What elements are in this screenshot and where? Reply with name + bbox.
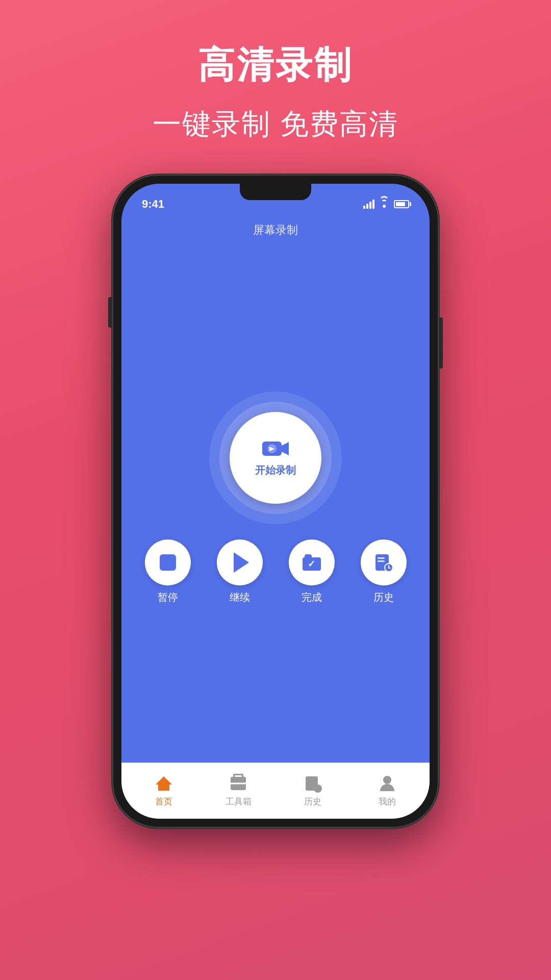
toolbox-tab-icon (229, 774, 247, 793)
play-icon (234, 552, 249, 573)
action-label-pause: 暂停 (158, 591, 178, 604)
tab-bar: 首页 工具箱 历史 (121, 763, 430, 819)
record-button-label: 开始录制 (255, 463, 296, 477)
record-button-middle: 开始录制 (219, 402, 332, 514)
record-button-inner: 开始录制 (230, 412, 321, 504)
tab-home[interactable]: 首页 (127, 774, 201, 807)
check-folder-icon (303, 554, 321, 571)
phone-notch (240, 184, 311, 200)
app-title-bar: 屏幕录制 (121, 214, 430, 243)
toolbox-icon (231, 777, 246, 790)
battery-icon (394, 200, 409, 208)
action-circle-continue (217, 540, 263, 585)
svg-rect-4 (378, 557, 385, 559)
tab-history-label: 历史 (304, 796, 321, 807)
action-continue[interactable]: 继续 (217, 540, 263, 604)
action-label-history: 历史 (373, 591, 394, 604)
action-history[interactable]: 历史 (361, 540, 407, 604)
bottom-actions: 暂停 继续 完成 (121, 540, 430, 604)
action-finish[interactable]: 完成 (289, 540, 335, 604)
tab-profile[interactable]: 我的 (350, 774, 424, 807)
profile-tab-icon (378, 774, 396, 793)
status-icons (363, 200, 409, 209)
wifi-icon (379, 200, 390, 209)
record-camera-icon (262, 438, 289, 459)
sub-title: 一键录制 免费高清 (153, 105, 398, 144)
stop-icon (160, 554, 176, 571)
tab-toolbox[interactable]: 工具箱 (201, 774, 276, 807)
app-title: 屏幕录制 (253, 224, 298, 236)
history-tab-icon-wrapper (304, 774, 322, 793)
tab-home-label: 首页 (155, 796, 172, 807)
action-label-continue: 继续 (230, 591, 250, 604)
record-button-outer[interactable]: 开始录制 (209, 391, 342, 524)
history-icon (374, 553, 393, 572)
action-circle-history (361, 540, 407, 585)
phone-screen: 9:41 屏幕录制 (121, 184, 430, 819)
home-tab-icon (155, 774, 173, 793)
status-time: 9:41 (142, 198, 164, 211)
action-circle-pause (145, 540, 191, 585)
main-title: 高清录制 (198, 41, 353, 90)
phone-mockup: 9:41 屏幕录制 (112, 175, 439, 828)
main-content: 开始录制 暂停 继续 (121, 243, 430, 763)
svg-rect-5 (378, 560, 385, 562)
tab-toolbox-label: 工具箱 (226, 796, 252, 807)
tab-profile-label: 我的 (379, 796, 396, 807)
profile-icon (380, 776, 394, 791)
signal-icon (363, 200, 374, 209)
action-circle-finish (289, 540, 335, 585)
history-tab-icon (306, 776, 320, 791)
action-label-finish: 完成 (302, 591, 322, 604)
action-pause[interactable]: 暂停 (145, 540, 191, 604)
tab-history[interactable]: 历史 (276, 774, 350, 807)
home-icon (156, 776, 171, 791)
